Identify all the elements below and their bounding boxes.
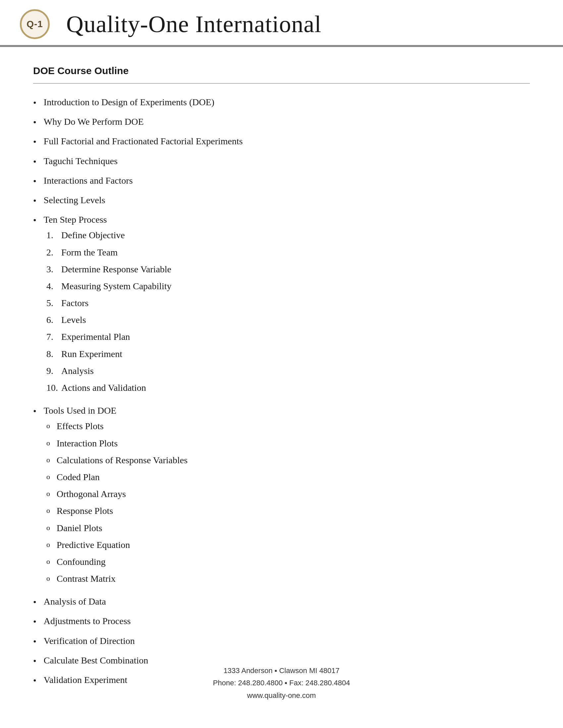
list-item: o Confounding	[33, 555, 187, 568]
list-item: o Coded Plan	[33, 471, 187, 483]
bullet-icon: •	[33, 194, 36, 207]
circle-bullet-icon: o	[46, 506, 50, 516]
list-item-text: Run Experiment	[61, 347, 122, 360]
list-item: o Daniel Plots	[33, 522, 187, 534]
list-item-text: Calculations of Response Variables	[57, 454, 187, 467]
list-item-text: Define Objective	[61, 229, 125, 242]
num-label: 1.	[46, 229, 61, 242]
bullet-icon: •	[33, 155, 36, 168]
list-item-text: Contrast Matrix	[57, 572, 116, 585]
list-item-text: Coded Plan	[57, 471, 100, 483]
num-label: 8.	[46, 347, 61, 360]
list-item-text: Measuring System Capability	[61, 280, 171, 293]
list-item: 1. Define Objective	[33, 229, 171, 242]
bullet-icon: •	[33, 615, 36, 628]
list-item-text: Predictive Equation	[57, 538, 130, 551]
list-item: o Effects Plots	[33, 420, 187, 432]
list-item: 3. Determine Response Variable	[33, 263, 171, 276]
list-item-text: Determine Response Variable	[61, 263, 171, 276]
bullet-icon: •	[33, 596, 36, 609]
list-item: 7. Experimental Plan	[33, 330, 171, 343]
list-item: o Calculations of Response Variables	[33, 454, 187, 467]
list-item: o Response Plots	[33, 504, 187, 517]
bullet-icon: •	[33, 405, 36, 418]
num-label: 4.	[46, 280, 61, 293]
circle-bullet-icon: o	[46, 523, 50, 533]
list-item-text: Full Factorial and Fractionated Factoria…	[44, 135, 243, 148]
list-item: • Adjustments to Process	[33, 614, 530, 628]
circle-bullet-icon: o	[46, 455, 50, 465]
list-item-text: Levels	[61, 313, 86, 326]
num-label: 10.	[46, 381, 61, 394]
list-item: • Taguchi Techniques	[33, 155, 530, 168]
bullet-icon: •	[33, 116, 36, 129]
circle-bullet-icon: o	[46, 489, 50, 499]
circle-bullet-icon: o	[46, 438, 50, 448]
list-item: • Why Do We Perform DOE	[33, 115, 530, 129]
logo: Q-1	[20, 9, 50, 39]
list-item: 8. Run Experiment	[33, 347, 171, 360]
circle-bullet-icon: o	[46, 573, 50, 584]
list-item-text: Why Do We Perform DOE	[44, 115, 144, 128]
list-item-text: Factors	[61, 296, 88, 309]
list-item: o Orthogonal Arrays	[33, 487, 187, 500]
list-item-text: Effects Plots	[57, 420, 104, 432]
list-item: 9. Analysis	[33, 364, 171, 377]
course-title: DOE Course Outline	[33, 65, 530, 76]
list-item: 4. Measuring System Capability	[33, 280, 171, 293]
list-item: o Predictive Equation	[33, 538, 187, 551]
footer-line1: 1333 Anderson ▪ Clawson MI 48017	[0, 664, 563, 677]
list-item: 6. Levels	[33, 313, 171, 326]
list-item: o Interaction Plots	[33, 437, 187, 450]
num-label: 5.	[46, 296, 61, 309]
logo-text: Q-1	[26, 19, 43, 29]
list-item-text: Analysis of Data	[44, 595, 106, 608]
num-label: 3.	[46, 263, 61, 276]
main-content: DOE Course Outline • Introduction to Des…	[0, 47, 563, 713]
list-item-text: Interactions and Factors	[44, 174, 133, 187]
list-item-text: Confounding	[57, 555, 106, 568]
list-item-text: Adjustments to Process	[44, 614, 131, 627]
list-item-text: Analysis	[61, 364, 94, 377]
page-footer: 1333 Anderson ▪ Clawson MI 48017 Phone: …	[0, 664, 563, 702]
list-item-text: Selecting Levels	[44, 194, 105, 206]
bullet-icon: •	[33, 96, 36, 109]
list-item: • Ten Step Process 1. Define Objective 2…	[33, 213, 530, 398]
list-item: • Full Factorial and Fractionated Factor…	[33, 135, 530, 148]
list-item: 5. Factors	[33, 296, 171, 309]
outline-list: • Introduction to Design of Experiments …	[33, 96, 530, 687]
divider	[33, 83, 530, 84]
list-item-text: Tools Used in DOE	[44, 404, 117, 417]
page-title: Quality-One International	[66, 11, 322, 38]
list-item-text: Form the Team	[61, 246, 117, 259]
list-item: • Verification of Direction	[33, 634, 530, 648]
list-item-text: Taguchi Techniques	[44, 155, 117, 167]
list-item-text: Response Plots	[57, 504, 113, 517]
circle-bullet-icon: o	[46, 557, 50, 567]
bullet-icon: •	[33, 635, 36, 648]
bullet-icon: •	[33, 214, 36, 227]
list-item: • Tools Used in DOE o Effects Plots o In…	[33, 404, 530, 589]
list-item-text: Actions and Validation	[61, 381, 146, 394]
footer-line3: www.quality-one.com	[0, 689, 563, 702]
list-item: 2. Form the Team	[33, 246, 171, 259]
list-item-text: Daniel Plots	[57, 522, 102, 534]
list-item-text: Experimental Plan	[61, 330, 130, 343]
bullet-icon: •	[33, 175, 36, 188]
list-item-text: Orthogonal Arrays	[57, 487, 126, 500]
num-label: 7.	[46, 330, 61, 343]
num-label: 9.	[46, 364, 61, 377]
page-header: Q-1 Quality-One International	[0, 0, 563, 47]
list-item-text: Introduction to Design of Experiments (D…	[44, 96, 214, 109]
list-item-text: Verification of Direction	[44, 634, 135, 647]
list-item-text: Ten Step Process	[44, 213, 107, 226]
bullet-icon: •	[33, 135, 36, 148]
list-item: • Selecting Levels	[33, 194, 530, 207]
list-item: • Analysis of Data	[33, 595, 530, 609]
num-label: 2.	[46, 246, 61, 259]
circle-sublist: o Effects Plots o Interaction Plots o Ca…	[33, 420, 187, 589]
list-item: • Introduction to Design of Experiments …	[33, 96, 530, 109]
footer-line2: Phone: 248.280.4800 ▪ Fax: 248.280.4804	[0, 677, 563, 689]
list-item: 10. Actions and Validation	[33, 381, 171, 394]
circle-bullet-icon: o	[46, 472, 50, 482]
